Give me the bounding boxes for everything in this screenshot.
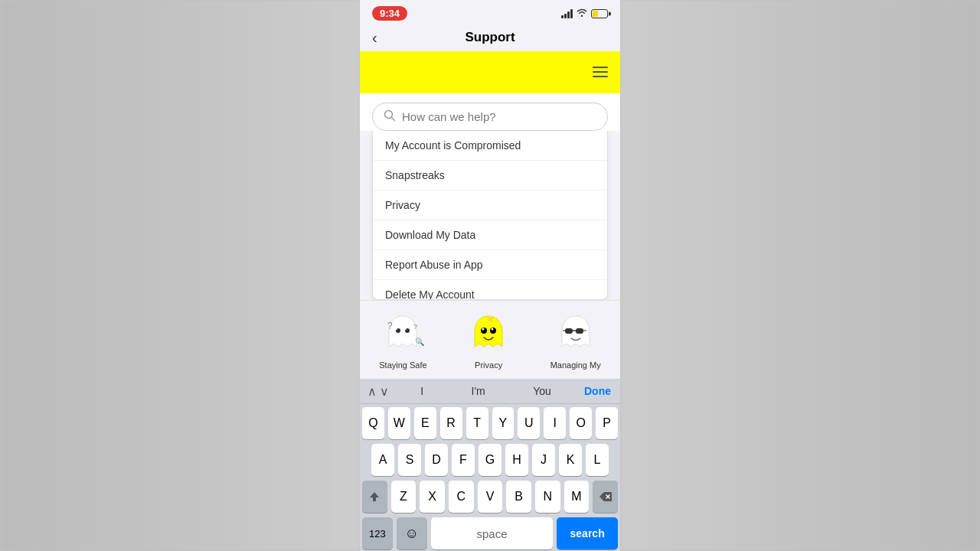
key-e[interactable]: E (414, 407, 436, 439)
category-privacy-label: Privacy (475, 360, 502, 370)
key-m[interactable]: M (564, 481, 590, 513)
svg-point-4 (396, 328, 397, 330)
suggestion-report-abuse[interactable]: Report Abuse in App (373, 250, 607, 280)
svg-text:?: ? (413, 323, 417, 331)
hamburger-line-1 (593, 67, 608, 68)
status-bar: 9:34 (360, 0, 620, 24)
key-l[interactable]: L (586, 444, 609, 476)
key-z[interactable]: Z (391, 481, 416, 513)
signal-bars-icon (561, 9, 573, 18)
status-icons (561, 8, 608, 19)
battery-icon (591, 9, 608, 18)
back-button[interactable]: ‹ (372, 29, 377, 47)
suggestion-privacy[interactable]: Privacy (373, 191, 607, 220)
key-t[interactable]: T (466, 407, 488, 439)
svg-point-5 (405, 328, 407, 330)
key-s[interactable]: S (398, 444, 421, 476)
category-staying-safe-label: Staying Safe (379, 360, 426, 370)
suggestion-my-account-compromised[interactable]: My Account is Compromised (373, 131, 607, 161)
nav-bar: ‹ Support (360, 24, 620, 51)
privacy-ghost-icon: ⭐ (466, 310, 511, 356)
suggestion-download-my-data[interactable]: Download My Data (373, 220, 607, 250)
managing-my-ghost-icon (553, 310, 599, 356)
keyboard-area: ∧ ∨ I I'm You Done Q W E R T (360, 379, 620, 551)
svg-line-1 (392, 117, 395, 120)
key-a[interactable]: A (371, 444, 394, 476)
svg-text:?: ? (387, 321, 393, 331)
key-d[interactable]: D (425, 444, 448, 476)
key-o[interactable]: O (570, 407, 592, 439)
key-f[interactable]: F (452, 444, 475, 476)
hamburger-line-2 (593, 71, 608, 73)
space-key[interactable]: space (431, 517, 554, 549)
key-n[interactable]: N (535, 481, 560, 513)
key-c[interactable]: C (449, 481, 474, 513)
arrow-down-icon[interactable]: ∨ (380, 384, 389, 399)
key-i[interactable]: I (544, 407, 566, 439)
key-r[interactable]: R (440, 407, 462, 439)
key-v[interactable]: V (478, 481, 503, 513)
autocorrect-bar: ∧ ∨ I I'm You Done (360, 379, 620, 404)
svg-text:🔍: 🔍 (415, 337, 425, 347)
autocorrect-words: I I'm You (397, 383, 575, 399)
delete-key[interactable] (593, 481, 618, 513)
keyboard-row-1: Q W E R T Y U I O P (362, 407, 618, 439)
key-k[interactable]: K (559, 444, 582, 476)
category-managing-my-label: Managing My (550, 360, 601, 370)
yellow-banner (360, 51, 620, 93)
key-x[interactable]: X (420, 481, 445, 513)
emoji-key[interactable]: ☺ (397, 517, 427, 549)
key-j[interactable]: J (532, 444, 555, 476)
search-input[interactable] (402, 110, 596, 123)
suggestions-dropdown: My Account is Compromised Snapstreaks Pr… (372, 131, 608, 300)
search-section (360, 93, 620, 131)
svg-point-12 (492, 328, 494, 331)
key-u[interactable]: U (518, 407, 540, 439)
status-time: 9:34 (372, 6, 407, 21)
search-icon (384, 109, 396, 124)
key-g[interactable]: G (479, 444, 501, 476)
keyboard-row-3: Z X C V B N M (362, 481, 618, 513)
shift-key[interactable] (362, 481, 387, 513)
keyboard-keys: Q W E R T Y U I O P A S D F G (360, 404, 620, 551)
svg-rect-15 (576, 328, 583, 334)
categories-section: ? ? 🔍 Staying Safe ⭐ (360, 300, 620, 379)
key-h[interactable]: H (505, 444, 528, 476)
hamburger-line-3 (593, 76, 608, 77)
search-key[interactable]: search (557, 517, 618, 549)
staying-safe-ghost-icon: ? ? 🔍 (380, 310, 426, 356)
autocorrect-word-i[interactable]: I (414, 383, 430, 399)
arrow-up-icon[interactable]: ∧ (368, 384, 377, 399)
suggestion-delete-account[interactable]: Delete My Account (373, 280, 607, 300)
category-staying-safe[interactable]: ? ? 🔍 Staying Safe (379, 310, 426, 370)
hamburger-menu-button[interactable] (593, 67, 608, 77)
suggestion-snapstreaks[interactable]: Snapstreaks (373, 161, 607, 191)
phone-frame: 9:34 (360, 0, 620, 551)
autocorrect-word-im[interactable]: I'm (466, 383, 492, 399)
key-b[interactable]: B (506, 481, 531, 513)
keyboard-row-2: A S D F G H J K L (362, 444, 618, 476)
done-button[interactable]: Done (575, 385, 620, 397)
svg-text:⭐: ⭐ (486, 315, 494, 322)
wifi-icon (577, 8, 587, 19)
key-w[interactable]: W (388, 407, 410, 439)
autocorrect-arrows: ∧ ∨ (360, 384, 397, 399)
key-y[interactable]: Y (492, 407, 514, 439)
key-p[interactable]: P (596, 407, 618, 439)
num-key[interactable]: 123 (362, 517, 393, 549)
page-title: Support (465, 30, 514, 45)
svg-point-11 (482, 328, 485, 331)
search-bar[interactable] (372, 103, 608, 131)
key-q[interactable]: Q (362, 407, 384, 439)
autocorrect-word-you[interactable]: You (527, 383, 557, 399)
category-privacy[interactable]: ⭐ Privacy (466, 310, 511, 370)
category-managing-my[interactable]: Managing My (550, 310, 601, 370)
svg-rect-14 (565, 328, 573, 334)
keyboard-row-4: 123 ☺ space search (362, 517, 618, 549)
